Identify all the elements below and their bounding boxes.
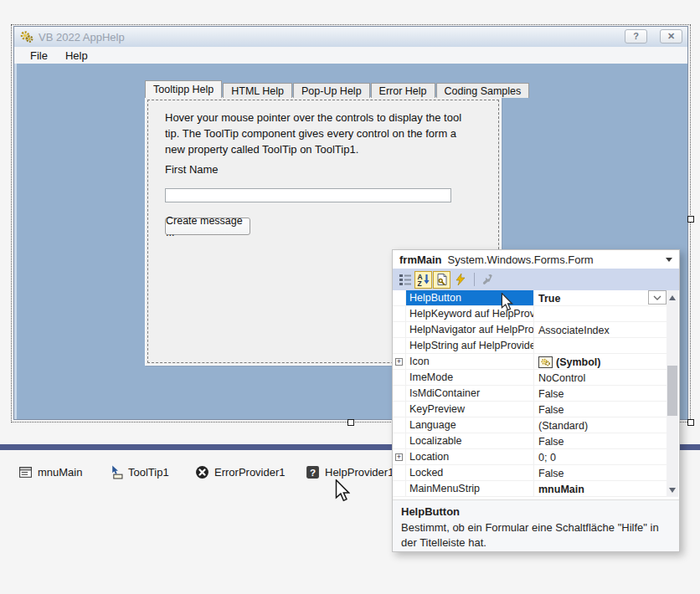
- property-name: KeyPreview: [406, 402, 534, 417]
- property-value[interactable]: mnuMain: [534, 481, 668, 496]
- alphabetical-sort-button[interactable]: AZ: [414, 271, 432, 289]
- tray-item-tooltip1[interactable]: ToolTip1: [109, 465, 169, 479]
- property-value-text: True: [538, 293, 560, 305]
- properties-scrollbar[interactable]: [667, 290, 678, 497]
- form-help-button[interactable]: ?: [625, 29, 647, 44]
- menu-item-file[interactable]: File: [30, 49, 48, 62]
- tab-html-help[interactable]: HTML Help: [223, 83, 292, 98]
- tray-item-label: HelpProvider1: [325, 466, 394, 479]
- row-margin: [393, 290, 406, 305]
- property-value[interactable]: (Symbol): [534, 354, 668, 369]
- menu-item-help[interactable]: Help: [65, 49, 88, 62]
- scroll-up-icon[interactable]: [667, 291, 678, 304]
- row-margin: [393, 417, 406, 433]
- row-margin: [393, 481, 406, 496]
- resize-handle-bottom[interactable]: [347, 419, 354, 426]
- resize-handle-right[interactable]: [687, 216, 694, 223]
- expand-toggle[interactable]: +: [393, 449, 406, 464]
- tray-item-label: ErrorProvider1: [214, 466, 286, 479]
- property-value[interactable]: False: [534, 433, 668, 448]
- property-value[interactable]: [534, 306, 668, 321]
- vs-designer-canvas: VB 2022 AppHelp ? ✕ File Help Tooltipp H…: [0, 0, 700, 594]
- property-row-location[interactable]: +Location0; 0: [393, 449, 668, 465]
- properties-header[interactable]: frmMain System.Windows.Forms.Form: [393, 250, 679, 269]
- property-name: Language: [406, 417, 534, 433]
- form-close-button[interactable]: ✕: [660, 29, 682, 44]
- property-value-text: 0; 0: [538, 452, 556, 463]
- first-name-input[interactable]: [165, 188, 451, 202]
- property-name: HelpButton: [406, 290, 534, 305]
- property-pages-button[interactable]: [479, 271, 497, 289]
- property-value[interactable]: 0; 0: [534, 449, 668, 464]
- property-row-helpnavigator-auf-helpprov[interactable]: HelpNavigator auf HelpProvAssociateIndex: [393, 322, 668, 338]
- property-row-ismdicontainer[interactable]: IsMdiContainerFalse: [393, 386, 668, 402]
- plus-icon: +: [395, 358, 403, 366]
- property-value-text: False: [538, 404, 564, 416]
- property-value-text: False: [538, 436, 564, 448]
- events-button[interactable]: [451, 271, 469, 289]
- property-row-helpstring-auf-helpprovider[interactable]: HelpString auf HelpProvider: [393, 338, 668, 354]
- property-row-locked[interactable]: LockedFalse: [393, 465, 668, 481]
- properties-toolbar: AZ: [393, 269, 679, 290]
- chevron-down-icon[interactable]: [666, 258, 672, 262]
- create-message-button-label: Create message ...: [166, 215, 250, 238]
- property-value[interactable]: (Standard): [534, 417, 668, 433]
- property-row-keypreview[interactable]: KeyPreviewFalse: [393, 402, 668, 417]
- tab-tooltipp-help[interactable]: Tooltipp Help: [145, 80, 222, 98]
- property-value[interactable]: [534, 338, 668, 353]
- svg-text:?: ?: [310, 467, 316, 478]
- tab-error-help[interactable]: Error Help: [371, 83, 435, 98]
- property-row-localizable[interactable]: LocalizableFalse: [393, 433, 668, 449]
- resize-handle-bottom-right[interactable]: [687, 419, 694, 426]
- scroll-down-icon[interactable]: [667, 484, 678, 496]
- alphabetical-sort-icon: AZ: [417, 273, 430, 286]
- property-value[interactable]: AssociateIndex: [534, 322, 668, 337]
- create-message-button[interactable]: Create message ...: [165, 218, 250, 235]
- property-description-panel: HelpButton Bestimmt, ob ein Formular ein…: [393, 499, 679, 551]
- property-value[interactable]: False: [534, 465, 668, 480]
- symbol-gears-icon: [538, 356, 553, 368]
- row-margin: [393, 402, 406, 417]
- property-value[interactable]: True: [534, 290, 668, 305]
- scrollbar-thumb[interactable]: [667, 366, 677, 416]
- tray-item-mnumain[interactable]: mnuMain: [18, 465, 82, 479]
- property-row-language[interactable]: Language(Standard): [393, 417, 668, 433]
- property-row-imemode[interactable]: ImeModeNoControl: [393, 370, 668, 386]
- property-name: Location: [406, 449, 534, 464]
- property-name: HelpString auf HelpProvider: [406, 338, 534, 353]
- tray-item-errorprovider1[interactable]: ErrorProvider1: [195, 465, 286, 479]
- form-titlebar[interactable]: VB 2022 AppHelp ? ✕: [14, 27, 687, 47]
- properties-button[interactable]: [433, 271, 450, 289]
- tab-coding-samples[interactable]: Coding Samples: [436, 83, 530, 98]
- row-margin: [393, 433, 406, 448]
- row-margin: [393, 370, 406, 385]
- categorized-button[interactable]: [396, 271, 414, 289]
- property-value[interactable]: False: [534, 402, 668, 417]
- app-gears-icon: [20, 30, 33, 44]
- expand-toggle[interactable]: +: [393, 354, 406, 369]
- property-value-text: (Symbol): [556, 356, 600, 368]
- form-title: VB 2022 AppHelp: [39, 31, 125, 44]
- tab-pop-up-help[interactable]: Pop-Up Help: [293, 83, 370, 98]
- property-value[interactable]: NoControl: [534, 370, 668, 385]
- property-name: HelpKeyword auf HelpProvi: [406, 306, 534, 321]
- helpprovider-icon: ?: [306, 465, 320, 479]
- toolbar-separator: [474, 273, 475, 286]
- tooltip-icon: [109, 465, 123, 479]
- property-row-icon[interactable]: +Icon(Symbol): [393, 354, 668, 370]
- menustrip-icon: [18, 465, 33, 479]
- row-margin: [393, 306, 406, 321]
- tray-item-helpprovider1[interactable]: ?HelpProvider1: [306, 465, 394, 479]
- errorprovider-icon: [195, 465, 209, 479]
- value-dropdown-button[interactable]: [648, 290, 667, 305]
- property-name: Localizable: [406, 433, 534, 448]
- tray-item-label: ToolTip1: [128, 466, 169, 479]
- properties-grid: HelpButtonTrueHelpKeyword auf HelpProviH…: [393, 290, 668, 497]
- property-row-mainmenustrip[interactable]: MainMenuStripmnuMain: [393, 481, 668, 497]
- property-value[interactable]: False: [534, 386, 668, 401]
- property-row-helpkeyword-auf-helpprovi[interactable]: HelpKeyword auf HelpProvi: [393, 306, 668, 322]
- description-text: Bestimmt, ob ein Formular eine Schaltflä…: [401, 520, 671, 550]
- property-row-helpbutton[interactable]: HelpButtonTrue: [393, 290, 668, 306]
- property-pages-icon: [481, 273, 495, 286]
- property-name: ImeMode: [406, 370, 534, 385]
